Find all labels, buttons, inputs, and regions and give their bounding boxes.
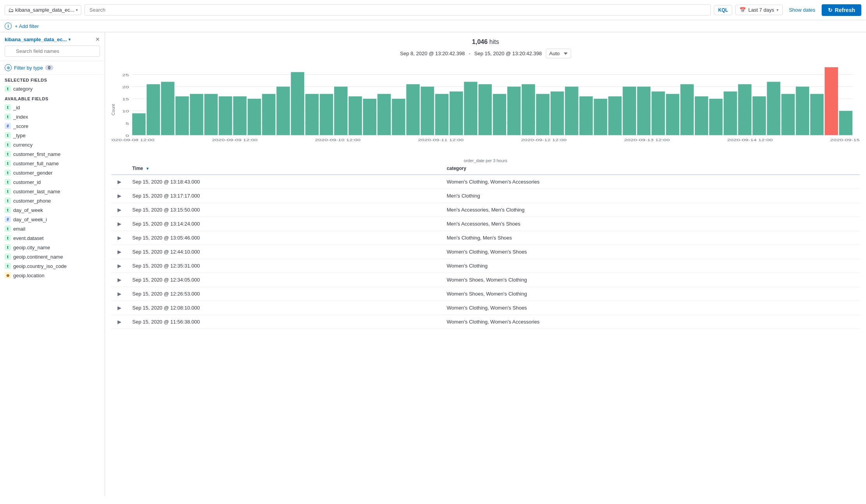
refresh-button[interactable]: ↻ Refresh (822, 4, 861, 16)
svg-rect-16 (190, 94, 203, 135)
row-expand-button[interactable]: ▶ (116, 179, 123, 185)
hits-bar: 1,046 hits (111, 38, 860, 46)
time-cell: Sep 15, 2020 @ 12:35:31.000 (128, 259, 442, 273)
svg-rect-40 (536, 94, 549, 135)
field-type-badge: t (5, 244, 11, 250)
svg-text:2020-09-15 12:00: 2020-09-15 12:00 (830, 138, 860, 142)
filter-by-type-button[interactable]: Filter by type (14, 65, 43, 71)
field-type-badge: # (5, 216, 11, 222)
field-name: customer_phone (13, 198, 51, 204)
row-expand-button[interactable]: ▶ (116, 193, 123, 199)
field-type-badge: t (5, 235, 11, 241)
field-type-badge: t (5, 170, 11, 176)
kql-button[interactable]: KQL (714, 5, 732, 15)
field-type-badge: t (5, 104, 11, 110)
available-field-item[interactable]: tcustomer_gender (0, 168, 105, 177)
table-row: ▶ Sep 15, 2020 @ 13:14:24.000 Men's Acce… (111, 217, 860, 231)
svg-rect-39 (522, 84, 535, 135)
svg-rect-13 (147, 84, 160, 135)
svg-text:15: 15 (122, 97, 129, 101)
field-name: geoip.location (13, 273, 44, 278)
field-type-badge: t (5, 142, 11, 148)
available-field-item[interactable]: tcustomer_phone (0, 196, 105, 205)
expand-cell: ▶ (111, 175, 128, 189)
category-cell: Men's Clothing, Men's Shoes (442, 231, 860, 245)
date-from: Sep 8, 2020 @ 13:20:42.398 (400, 51, 465, 56)
filter-count-badge: 0 (45, 65, 53, 70)
svg-rect-59 (810, 94, 824, 135)
available-field-item[interactable]: t_index (0, 112, 105, 121)
field-name: _score (13, 123, 28, 129)
expand-cell: ▶ (111, 231, 128, 245)
available-field-item[interactable]: tevent.dataset (0, 233, 105, 243)
svg-rect-41 (550, 91, 564, 135)
main-layout: kibana_sample_data_ec... ▾ ✕ 🔍 ⊕ Filter … (0, 32, 866, 496)
search-fields-input[interactable] (5, 46, 100, 57)
histogram-chart[interactable]: 05101520252020-09-08 12:002020-09-09 12:… (111, 63, 860, 156)
row-expand-button[interactable]: ▶ (116, 305, 123, 311)
row-expand-button[interactable]: ▶ (116, 249, 123, 255)
add-filter-button[interactable]: + Add filter (15, 23, 39, 29)
interval-select[interactable]: Auto (546, 49, 571, 58)
svg-rect-36 (479, 84, 492, 135)
row-expand-button[interactable]: ▶ (116, 263, 123, 269)
row-expand-button[interactable]: ▶ (116, 277, 123, 283)
search-input[interactable] (84, 4, 711, 16)
available-field-item[interactable]: tcustomer_full_name (0, 159, 105, 168)
svg-rect-27 (349, 96, 362, 135)
expand-cell: ▶ (111, 301, 128, 315)
svg-rect-14 (161, 82, 174, 135)
sidebar-index-name[interactable]: kibana_sample_data_ec... ▾ (5, 37, 70, 42)
available-field-item[interactable]: #_score (0, 121, 105, 131)
row-expand-button[interactable]: ▶ (116, 291, 123, 297)
time-cell: Sep 15, 2020 @ 11:56:38.000 (128, 315, 442, 329)
available-field-item[interactable]: temail (0, 224, 105, 233)
available-field-item[interactable]: tgeoip.country_iso_code (0, 261, 105, 271)
show-dates-button[interactable]: Show dates (786, 5, 819, 15)
field-type-badge: t (5, 198, 11, 204)
available-field-item[interactable]: tcustomer_last_name (0, 187, 105, 196)
search-fields-wrapper: 🔍 (5, 46, 100, 57)
svg-rect-24 (305, 94, 319, 135)
category-cell: Men's Clothing (442, 189, 860, 203)
sidebar-index-row: kibana_sample_data_ec... ▾ ✕ (5, 36, 100, 42)
svg-text:2020-09-08 12:00: 2020-09-08 12:00 (111, 138, 154, 142)
available-field-item[interactable]: ⊕geoip.location (0, 271, 105, 280)
available-field-item[interactable]: tday_of_week (0, 205, 105, 215)
svg-rect-29 (377, 94, 391, 135)
date-range-row: Sep 8, 2020 @ 13:20:42.398 - Sep 15, 202… (111, 49, 860, 58)
available-field-item[interactable]: tgeoip.city_name (0, 243, 105, 252)
field-type-badge: # (5, 123, 11, 129)
svg-rect-25 (320, 94, 333, 135)
table-row: ▶ Sep 15, 2020 @ 13:05:46.000 Men's Clot… (111, 231, 860, 245)
row-expand-button[interactable]: ▶ (116, 319, 123, 325)
svg-rect-52 (709, 99, 722, 135)
available-field-item[interactable]: #day_of_week_i (0, 215, 105, 224)
field-name: category (13, 86, 33, 92)
svg-rect-42 (565, 87, 578, 135)
index-chevron-icon: ▾ (76, 8, 78, 12)
row-expand-button[interactable]: ▶ (116, 221, 123, 227)
index-icon: 🗂 (8, 7, 14, 13)
available-field-item[interactable]: tgeoip.continent_name (0, 252, 105, 261)
row-expand-button[interactable]: ▶ (116, 207, 123, 213)
available-field-item[interactable]: tcurrency (0, 140, 105, 149)
index-selector[interactable]: 🗂 kibana_sample_data_ec... ▾ (5, 5, 81, 15)
available-field-item[interactable]: tcustomer_first_name (0, 149, 105, 159)
calendar-icon: 📅 (740, 7, 746, 13)
field-name: geoip.continent_name (13, 254, 63, 260)
time-col-header[interactable]: Time ▼ (128, 163, 442, 175)
available-field-item[interactable]: t_id (0, 103, 105, 112)
table-row: ▶ Sep 15, 2020 @ 12:26:53.000 Women's Sh… (111, 287, 860, 301)
svg-rect-15 (175, 96, 189, 135)
field-name: _type (13, 133, 26, 138)
selected-field-item[interactable]: tcategory (0, 84, 105, 93)
row-expand-button[interactable]: ▶ (116, 235, 123, 241)
sidebar-close-icon[interactable]: ✕ (95, 36, 100, 42)
category-cell: Women's Clothing, Women's Shoes (442, 301, 860, 315)
date-picker[interactable]: 📅 Last 7 days ▾ (735, 5, 783, 15)
svg-rect-31 (406, 84, 419, 135)
available-field-item[interactable]: tcustomer_id (0, 177, 105, 187)
data-table: Time ▼ category ▶ Sep 15, 2020 @ 13:18:4… (111, 163, 860, 329)
available-field-item[interactable]: t_type (0, 131, 105, 140)
